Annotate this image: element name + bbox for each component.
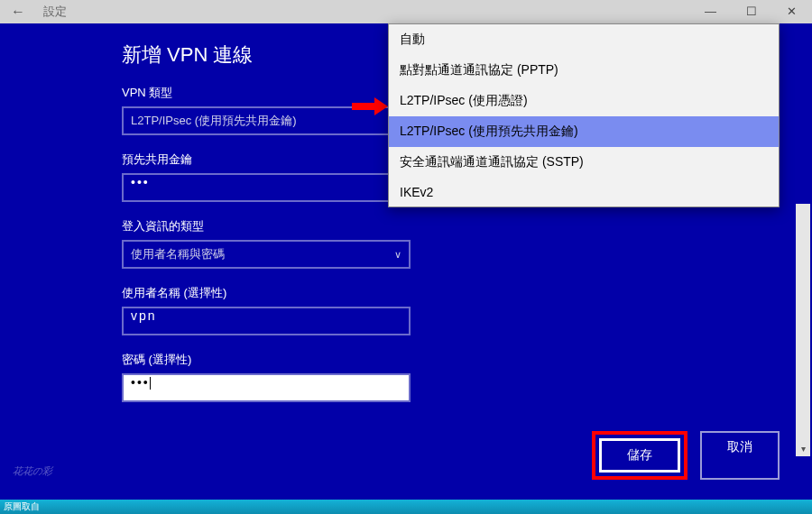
- scroll-down-icon[interactable]: ▾: [796, 442, 810, 456]
- psk-input[interactable]: •••: [122, 173, 411, 202]
- dropdown-option[interactable]: L2TP/IPsec (使用憑證): [389, 86, 779, 116]
- username-input[interactable]: vpn: [122, 307, 411, 335]
- password-label: 密碼 (選擇性): [122, 352, 812, 368]
- username-label: 使用者名稱 (選擇性): [122, 285, 812, 301]
- dropdown-option[interactable]: 安全通訊端通道通訊協定 (SSTP): [389, 147, 779, 178]
- taskbar: 原圖取自: [0, 500, 812, 514]
- window-title: 設定: [43, 4, 67, 20]
- add-vpn-modal: 新增 VPN 連線 VPN 類型 L2TP/IPsec (使用預先共用金鑰) ∨…: [0, 23, 812, 500]
- signin-type-label: 登入資訊的類型: [122, 218, 812, 234]
- svg-marker-0: [352, 97, 388, 115]
- text-cursor: [150, 377, 151, 390]
- dropdown-option[interactable]: 自動: [389, 24, 779, 55]
- vpn-type-value: L2TP/IPsec (使用預先共用金鑰): [131, 113, 296, 129]
- close-button[interactable]: ✕: [771, 0, 812, 23]
- signin-type-value: 使用者名稱與密碼: [131, 246, 225, 262]
- watermark-text: 花花の彩: [13, 464, 52, 478]
- cancel-button[interactable]: 取消: [700, 431, 780, 480]
- annotation-arrow-icon: [352, 97, 388, 115]
- signin-type-select[interactable]: 使用者名稱與密碼 ∨: [122, 240, 411, 269]
- dropdown-option[interactable]: 點對點通道通訊協定 (PPTP): [389, 55, 779, 86]
- back-button[interactable]: ←: [0, 4, 36, 20]
- taskbar-text: 原圖取自: [0, 500, 812, 514]
- dropdown-option[interactable]: IKEv2: [389, 178, 779, 207]
- password-input[interactable]: •••: [122, 373, 411, 402]
- window-controls: — ☐ ✕: [690, 0, 812, 23]
- vpn-type-dropdown: 自動點對點通道通訊協定 (PPTP)L2TP/IPsec (使用憑證)L2TP/…: [388, 23, 780, 207]
- maximize-button[interactable]: ☐: [731, 0, 771, 23]
- modal-scrollbar[interactable]: ▾: [796, 204, 810, 456]
- window-titlebar: ← 設定 — ☐ ✕: [0, 0, 812, 23]
- minimize-button[interactable]: —: [690, 0, 731, 23]
- chevron-down-icon: ∨: [394, 249, 401, 261]
- dropdown-option[interactable]: L2TP/IPsec (使用預先共用金鑰): [389, 116, 779, 147]
- save-highlight: 儲存: [592, 431, 687, 480]
- dialog-buttons: 儲存 取消: [592, 431, 780, 480]
- save-button[interactable]: 儲存: [599, 438, 680, 473]
